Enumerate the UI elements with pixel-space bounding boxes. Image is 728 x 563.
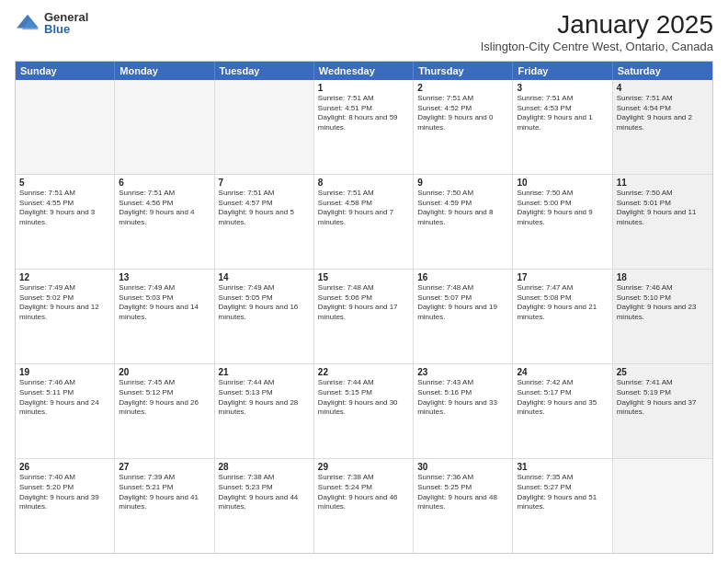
day-number: 23 — [417, 367, 508, 377]
day-info: Sunrise: 7:51 AMSunset: 4:57 PMDaylight:… — [219, 189, 310, 228]
day-number: 18 — [617, 272, 709, 282]
day-cell — [115, 80, 214, 174]
day-cell: 2Sunrise: 7:51 AMSunset: 4:52 PMDaylight… — [414, 80, 513, 174]
day-info: Sunrise: 7:49 AMSunset: 5:05 PMDaylight:… — [219, 283, 310, 323]
day-cell: 6Sunrise: 7:51 AMSunset: 4:56 PMDaylight… — [115, 175, 214, 269]
calendar: SundayMondayTuesdayWednesdayThursdayFrid… — [15, 61, 713, 554]
day-cell: 30Sunrise: 7:36 AMSunset: 5:25 PMDayligh… — [414, 459, 513, 553]
day-info: Sunrise: 7:44 AMSunset: 5:13 PMDaylight:… — [219, 378, 310, 418]
day-cell: 23Sunrise: 7:43 AMSunset: 5:16 PMDayligh… — [414, 364, 513, 458]
day-number: 24 — [517, 367, 608, 377]
day-cell: 19Sunrise: 7:46 AMSunset: 5:11 PMDayligh… — [16, 364, 115, 458]
header: General Blue January 2025 Islington-City… — [15, 11, 713, 53]
day-cell: 24Sunrise: 7:42 AMSunset: 5:17 PMDayligh… — [513, 364, 612, 458]
day-number: 8 — [318, 178, 409, 188]
day-cell: 31Sunrise: 7:35 AMSunset: 5:27 PMDayligh… — [513, 459, 612, 553]
day-info: Sunrise: 7:41 AMSunset: 5:19 PMDaylight:… — [617, 378, 709, 418]
day-headers: SundayMondayTuesdayWednesdayThursdayFrid… — [16, 62, 712, 80]
day-info: Sunrise: 7:51 AMSunset: 4:54 PMDaylight:… — [617, 94, 709, 133]
day-cell: 21Sunrise: 7:44 AMSunset: 5:13 PMDayligh… — [215, 364, 314, 458]
week-row: 1Sunrise: 7:51 AMSunset: 4:51 PMDaylight… — [16, 80, 712, 174]
day-cell: 20Sunrise: 7:45 AMSunset: 5:12 PMDayligh… — [115, 364, 214, 458]
day-number: 7 — [219, 178, 310, 188]
day-number: 4 — [617, 83, 709, 93]
day-number: 5 — [19, 178, 110, 188]
day-number: 25 — [617, 367, 709, 377]
day-cell: 29Sunrise: 7:38 AMSunset: 5:24 PMDayligh… — [314, 459, 414, 553]
day-header: Thursday — [414, 62, 513, 80]
page: General Blue January 2025 Islington-City… — [0, 0, 728, 563]
day-cell — [215, 80, 314, 174]
day-info: Sunrise: 7:44 AMSunset: 5:15 PMDaylight:… — [318, 378, 409, 418]
day-number: 12 — [19, 272, 110, 282]
day-cell: 26Sunrise: 7:40 AMSunset: 5:20 PMDayligh… — [16, 459, 115, 553]
logo-blue: Blue — [44, 23, 88, 35]
day-info: Sunrise: 7:46 AMSunset: 5:10 PMDaylight:… — [617, 283, 709, 323]
day-info: Sunrise: 7:38 AMSunset: 5:24 PMDaylight:… — [318, 473, 409, 512]
day-cell: 27Sunrise: 7:39 AMSunset: 5:21 PMDayligh… — [115, 459, 214, 553]
week-row: 26Sunrise: 7:40 AMSunset: 5:20 PMDayligh… — [16, 458, 712, 553]
day-cell: 15Sunrise: 7:48 AMSunset: 5:06 PMDayligh… — [314, 270, 414, 363]
day-cell: 18Sunrise: 7:46 AMSunset: 5:10 PMDayligh… — [613, 270, 712, 363]
day-info: Sunrise: 7:35 AMSunset: 5:27 PMDaylight:… — [517, 473, 608, 512]
day-number: 20 — [119, 367, 210, 377]
day-cell: 14Sunrise: 7:49 AMSunset: 5:05 PMDayligh… — [215, 270, 314, 363]
day-cell: 11Sunrise: 7:50 AMSunset: 5:01 PMDayligh… — [613, 175, 712, 269]
day-number: 14 — [219, 272, 310, 282]
day-header: Friday — [513, 62, 612, 80]
day-info: Sunrise: 7:47 AMSunset: 5:08 PMDaylight:… — [517, 283, 608, 323]
day-number: 11 — [617, 178, 709, 188]
day-info: Sunrise: 7:48 AMSunset: 5:06 PMDaylight:… — [318, 283, 409, 323]
day-cell: 12Sunrise: 7:49 AMSunset: 5:02 PMDayligh… — [16, 270, 115, 363]
day-info: Sunrise: 7:49 AMSunset: 5:02 PMDaylight:… — [19, 283, 110, 323]
day-cell: 5Sunrise: 7:51 AMSunset: 4:55 PMDaylight… — [16, 175, 115, 269]
day-cell: 25Sunrise: 7:41 AMSunset: 5:19 PMDayligh… — [613, 364, 712, 458]
day-info: Sunrise: 7:51 AMSunset: 4:56 PMDaylight:… — [119, 189, 210, 228]
title-block: January 2025 Islington-City Centre West,… — [481, 11, 713, 53]
logo-icon — [15, 13, 40, 33]
day-info: Sunrise: 7:50 AMSunset: 4:59 PMDaylight:… — [417, 189, 508, 228]
day-header: Tuesday — [215, 62, 314, 80]
day-cell: 28Sunrise: 7:38 AMSunset: 5:23 PMDayligh… — [215, 459, 314, 553]
day-info: Sunrise: 7:36 AMSunset: 5:25 PMDaylight:… — [417, 473, 508, 512]
day-number: 16 — [417, 272, 508, 282]
week-row: 12Sunrise: 7:49 AMSunset: 5:02 PMDayligh… — [16, 269, 712, 363]
day-cell — [613, 459, 712, 553]
month-title: January 2025 — [481, 11, 713, 40]
day-info: Sunrise: 7:40 AMSunset: 5:20 PMDaylight:… — [19, 473, 110, 512]
location-title: Islington-City Centre West, Ontario, Can… — [481, 40, 713, 53]
day-cell: 22Sunrise: 7:44 AMSunset: 5:15 PMDayligh… — [314, 364, 414, 458]
day-info: Sunrise: 7:50 AMSunset: 5:01 PMDaylight:… — [617, 189, 709, 228]
week-row: 19Sunrise: 7:46 AMSunset: 5:11 PMDayligh… — [16, 363, 712, 458]
day-header: Sunday — [16, 62, 115, 80]
day-cell: 9Sunrise: 7:50 AMSunset: 4:59 PMDaylight… — [414, 175, 513, 269]
day-number: 1 — [318, 83, 409, 93]
day-cell: 7Sunrise: 7:51 AMSunset: 4:57 PMDaylight… — [215, 175, 314, 269]
day-number: 19 — [19, 367, 110, 377]
logo: General Blue — [15, 11, 88, 35]
day-info: Sunrise: 7:38 AMSunset: 5:23 PMDaylight:… — [219, 473, 310, 512]
day-number: 27 — [119, 462, 210, 472]
day-number: 17 — [517, 272, 608, 282]
day-header: Saturday — [613, 62, 712, 80]
day-header: Monday — [115, 62, 214, 80]
day-info: Sunrise: 7:51 AMSunset: 4:58 PMDaylight:… — [318, 189, 409, 228]
day-info: Sunrise: 7:42 AMSunset: 5:17 PMDaylight:… — [517, 378, 608, 418]
day-cell: 3Sunrise: 7:51 AMSunset: 4:53 PMDaylight… — [513, 80, 612, 174]
day-info: Sunrise: 7:48 AMSunset: 5:07 PMDaylight:… — [417, 283, 508, 323]
calendar-body: 1Sunrise: 7:51 AMSunset: 4:51 PMDaylight… — [16, 80, 712, 553]
day-cell: 16Sunrise: 7:48 AMSunset: 5:07 PMDayligh… — [414, 270, 513, 363]
day-info: Sunrise: 7:50 AMSunset: 5:00 PMDaylight:… — [517, 189, 608, 228]
day-cell: 10Sunrise: 7:50 AMSunset: 5:00 PMDayligh… — [513, 175, 612, 269]
day-cell: 13Sunrise: 7:49 AMSunset: 5:03 PMDayligh… — [115, 270, 214, 363]
day-number: 30 — [417, 462, 508, 472]
day-info: Sunrise: 7:51 AMSunset: 4:52 PMDaylight:… — [417, 94, 508, 133]
day-number: 10 — [517, 178, 608, 188]
day-info: Sunrise: 7:46 AMSunset: 5:11 PMDaylight:… — [19, 378, 110, 418]
day-cell: 4Sunrise: 7:51 AMSunset: 4:54 PMDaylight… — [613, 80, 712, 174]
day-number: 13 — [119, 272, 210, 282]
day-number: 21 — [219, 367, 310, 377]
day-cell: 1Sunrise: 7:51 AMSunset: 4:51 PMDaylight… — [314, 80, 414, 174]
day-info: Sunrise: 7:43 AMSunset: 5:16 PMDaylight:… — [417, 378, 508, 418]
day-number: 15 — [318, 272, 409, 282]
